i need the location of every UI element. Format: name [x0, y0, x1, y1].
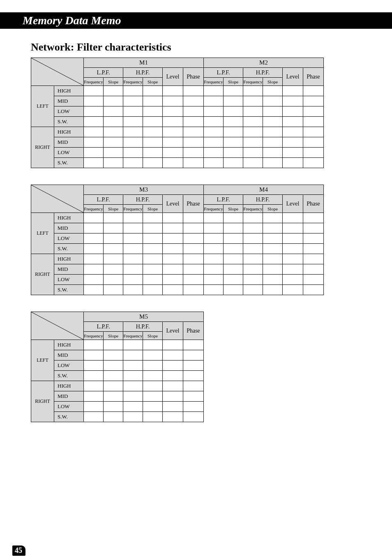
lpf-header: L.P.F. [84, 68, 123, 78]
band-label: MID [54, 96, 84, 106]
data-cell [104, 233, 123, 244]
data-cell [204, 137, 224, 148]
data-cell [283, 96, 303, 106]
data-cell [263, 213, 283, 223]
data-cell [224, 158, 243, 168]
data-cell [283, 86, 303, 96]
band-label: LOW [54, 402, 84, 412]
memory-header: M2 [204, 58, 324, 68]
band-label: MID [54, 223, 84, 233]
data-cell [243, 264, 263, 275]
data-cell [204, 244, 224, 254]
data-cell [84, 412, 104, 422]
data-cell [123, 350, 143, 361]
data-cell [104, 244, 123, 254]
lpf-header: L.P.F. [204, 195, 243, 205]
data-cell [183, 402, 204, 412]
freq-header: Frequency [204, 78, 224, 86]
data-cell [263, 264, 283, 275]
data-cell [283, 264, 303, 275]
band-label: MID [54, 137, 84, 148]
slope-header: Slope [104, 205, 123, 213]
data-cell [303, 106, 324, 117]
data-cell [263, 244, 283, 254]
data-cell [204, 275, 224, 285]
band-label: S.W. [54, 244, 84, 254]
freq-header: Frequency [243, 205, 263, 213]
data-cell [84, 117, 104, 127]
data-cell [143, 233, 163, 244]
data-cell [123, 381, 143, 391]
data-cell [104, 254, 123, 264]
slope-header: Slope [143, 205, 163, 213]
freq-header: Frequency [243, 78, 263, 86]
data-cell [84, 233, 104, 244]
level-header: Level [283, 68, 303, 86]
level-header: Level [163, 322, 183, 340]
data-cell [123, 137, 143, 148]
data-cell [283, 223, 303, 233]
data-cell [283, 285, 303, 295]
band-label: HIGH [54, 340, 84, 350]
data-cell [104, 96, 123, 106]
filter-table: M1M2L.P.F.H.P.F.LevelPhaseL.P.F.H.P.F.Le… [31, 58, 369, 168]
data-cell [143, 350, 163, 361]
data-cell [143, 117, 163, 127]
phase-header: Phase [183, 195, 204, 213]
band-label: MID [54, 264, 84, 275]
phase-header: Phase [183, 68, 204, 86]
data-cell [243, 213, 263, 223]
data-cell [123, 402, 143, 412]
data-cell [183, 340, 204, 350]
data-cell [224, 96, 243, 106]
data-cell [183, 148, 204, 158]
data-cell [104, 340, 123, 350]
data-cell [183, 381, 204, 391]
data-cell [123, 117, 143, 127]
data-cell [243, 254, 263, 264]
band-label: LOW [54, 106, 84, 117]
lpf-header: L.P.F. [204, 68, 243, 78]
side-label: RIGHT [31, 381, 54, 422]
svg-line-2 [31, 312, 83, 340]
data-cell [104, 223, 123, 233]
data-cell [84, 254, 104, 264]
data-cell [303, 275, 324, 285]
data-cell [224, 264, 243, 275]
data-cell [163, 86, 183, 96]
data-cell [204, 233, 224, 244]
lpf-header: L.P.F. [84, 322, 123, 332]
data-cell [123, 391, 143, 402]
data-cell [143, 213, 163, 223]
freq-header: Frequency [123, 332, 143, 340]
band-label: LOW [54, 148, 84, 158]
data-cell [123, 340, 143, 350]
data-cell [84, 275, 104, 285]
section-title: Network: Filter characteristics [31, 41, 369, 53]
freq-header: Frequency [84, 205, 104, 213]
band-label: S.W. [54, 412, 84, 422]
data-cell [143, 371, 163, 381]
slope-header: Slope [263, 205, 283, 213]
page-banner: Memory Data Memo [0, 12, 392, 29]
data-cell [283, 233, 303, 244]
data-cell [163, 371, 183, 381]
data-cell [243, 223, 263, 233]
level-header: Level [163, 68, 183, 86]
data-cell [283, 148, 303, 158]
data-cell [143, 264, 163, 275]
data-cell [163, 213, 183, 223]
data-cell [163, 275, 183, 285]
slope-header: Slope [224, 205, 243, 213]
data-cell [303, 86, 324, 96]
data-cell [123, 361, 143, 371]
band-label: S.W. [54, 158, 84, 168]
data-cell [84, 361, 104, 371]
data-cell [143, 223, 163, 233]
data-cell [84, 381, 104, 391]
data-cell [204, 264, 224, 275]
data-cell [163, 340, 183, 350]
data-cell [143, 96, 163, 106]
data-cell [143, 148, 163, 158]
freq-header: Frequency [84, 78, 104, 86]
